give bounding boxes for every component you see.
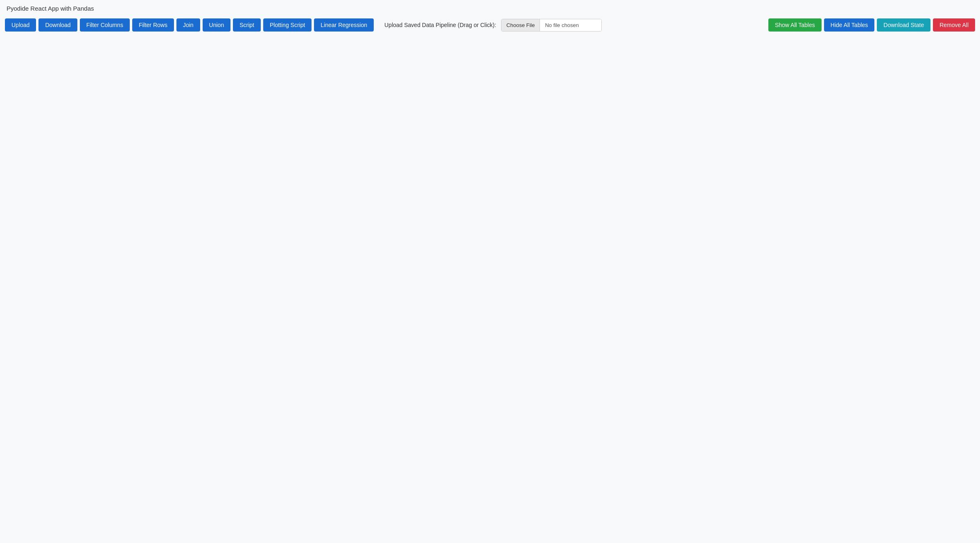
content-area [0,35,980,281]
file-name-display: No file chosen [540,19,601,31]
main-toolbar: Upload Download Filter Columns Filter Ro… [0,15,980,35]
filter-rows-button[interactable]: Filter Rows [132,18,174,32]
join-button[interactable]: Join [176,18,200,32]
upload-pipeline-label: Upload Saved Data Pipeline (Drag or Clic… [384,22,496,28]
upload-pipeline-section: Upload Saved Data Pipeline (Drag or Clic… [384,19,602,32]
plotting-script-button[interactable]: Plotting Script [263,18,312,32]
linear-regression-button[interactable]: Linear Regression [314,18,374,32]
filter-columns-button[interactable]: Filter Columns [80,18,130,32]
upload-button[interactable]: Upload [5,18,36,32]
app-title: Pyodide React App with Pandas [0,0,980,15]
choose-file-button[interactable]: Choose File [501,19,540,31]
show-all-tables-button[interactable]: Show All Tables [768,18,822,32]
right-button-group: Show All Tables Hide All Tables Download… [768,18,975,32]
left-button-group: Upload Download Filter Columns Filter Ro… [5,18,374,32]
script-button[interactable]: Script [233,18,261,32]
remove-all-button[interactable]: Remove All [933,18,975,32]
download-state-button[interactable]: Download State [877,18,930,32]
hide-all-tables-button[interactable]: Hide All Tables [824,18,875,32]
file-input-wrapper[interactable]: Choose File No file chosen [501,19,602,32]
download-button[interactable]: Download [38,18,77,32]
union-button[interactable]: Union [203,18,231,32]
